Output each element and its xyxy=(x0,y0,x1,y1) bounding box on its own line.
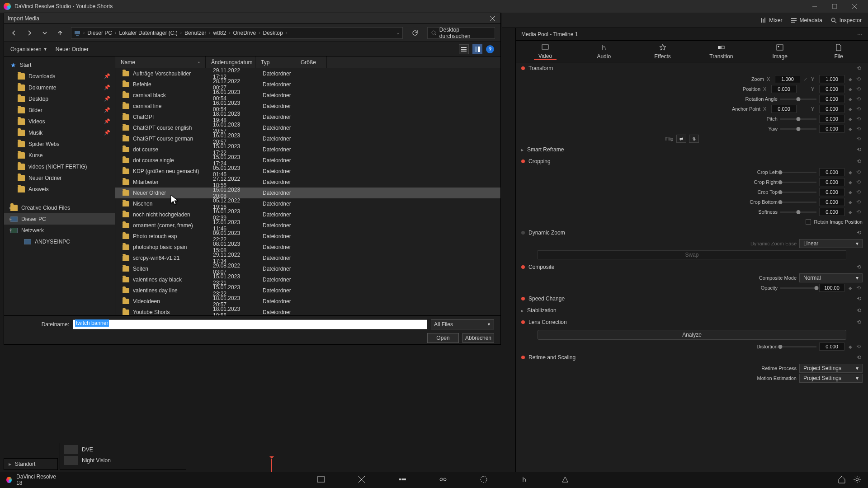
section-speed-change[interactable]: Speed Change⟲ xyxy=(519,293,864,305)
file-row[interactable]: photoshop basic spain08.01.2023 15:08Dat… xyxy=(115,242,500,253)
page-deliver-icon[interactable] xyxy=(561,475,570,485)
help-icon[interactable]: ? xyxy=(486,45,494,53)
page-edit-icon[interactable] xyxy=(398,475,407,485)
up-button[interactable] xyxy=(56,28,65,38)
inspector-toggle[interactable]: Inspector xyxy=(830,17,862,23)
tree-ccf[interactable]: ▸Creative Cloud Files xyxy=(4,202,115,213)
tree-start[interactable]: ★Start xyxy=(4,59,115,70)
file-row[interactable]: carnival line16.01.2023 00:54Dateiordner xyxy=(115,101,500,112)
settings-icon[interactable] xyxy=(853,475,862,485)
tab-video[interactable]: Video xyxy=(534,43,557,60)
dialog-close-button[interactable] xyxy=(488,14,497,23)
tab-file[interactable]: File xyxy=(827,43,850,60)
composite-mode-dropdown[interactable]: Normal▾ xyxy=(799,273,863,282)
col-date[interactable]: Änderungsdatum xyxy=(206,56,255,68)
tree-quick-item[interactable]: videos (NICHT FERTIG) xyxy=(4,161,115,172)
swap-button[interactable]: Swap xyxy=(538,250,846,259)
tree-quick-item[interactable]: Neuer Ordner xyxy=(4,172,115,183)
page-media-icon[interactable] xyxy=(316,475,326,485)
section-composite[interactable]: Composite⟲ xyxy=(519,261,864,273)
file-row[interactable]: Mitarbeiter27.12.2022 18:56Dateiordner xyxy=(115,177,500,188)
zoom-y-value[interactable]: 1.000 xyxy=(819,75,844,83)
file-row[interactable]: valentines day line15.01.2023 23:22Datei… xyxy=(115,285,500,296)
section-lens-correction[interactable]: Lens Correction⟲ xyxy=(519,316,864,328)
tree-quick-item[interactable]: Downloads📌 xyxy=(4,70,115,82)
tree-host[interactable]: ANDYSEINPC xyxy=(4,236,115,247)
file-row[interactable]: carnival black16.01.2023 00:54Dateiordne… xyxy=(115,90,500,101)
file-row[interactable]: ChatGPT course german16.01.2023 20:57Dat… xyxy=(115,133,500,144)
preview-pane-icon[interactable] xyxy=(472,44,482,54)
page-cut-icon[interactable] xyxy=(357,475,366,485)
standort-tab[interactable]: ▸Standort xyxy=(4,458,58,470)
back-button[interactable] xyxy=(9,28,19,38)
view-list-icon[interactable] xyxy=(459,44,469,54)
minimize-button[interactable] xyxy=(805,0,825,13)
file-row[interactable]: ornament (corner, frame)12.01.2023 11:46… xyxy=(115,220,500,231)
file-row[interactable]: Aufträge Vorschaubilder29.11.2022 17:12D… xyxy=(115,68,500,79)
file-row[interactable]: Neuer Ordner15.01.2023 20:08Dateiordner xyxy=(115,188,500,198)
file-row[interactable]: Nischen05.12.2022 19:16Dateiordner xyxy=(115,198,500,209)
recent-button[interactable] xyxy=(40,28,49,38)
organize-button[interactable]: Organisieren ▼ xyxy=(10,46,47,52)
section-dynamic-zoom[interactable]: Dynamic Zoom⟲ xyxy=(519,227,864,239)
section-smart-reframe[interactable]: ▸Smart Reframe⟲ xyxy=(519,144,864,155)
refresh-button[interactable] xyxy=(409,27,421,39)
retime-process-dropdown[interactable]: Project Settings▾ xyxy=(799,364,863,373)
file-row[interactable]: KDP (größen neu gemacht)05.01.2023 01:46… xyxy=(115,166,500,177)
page-fairlight-icon[interactable] xyxy=(520,475,529,485)
analyze-button[interactable]: Analyze xyxy=(538,330,846,340)
section-stabilization[interactable]: ▸Stabilization⟲ xyxy=(519,305,864,316)
file-row[interactable]: Seiten29.08.2022 03:07Dateiordner xyxy=(115,263,500,274)
file-row[interactable]: Youtube Shorts18.01.2023 19:55Dateiordne… xyxy=(115,307,500,315)
tree-quick-item[interactable]: Spider Webs xyxy=(4,138,115,150)
ease-dropdown[interactable]: Linear▾ xyxy=(799,239,863,248)
file-row[interactable]: Photo retouch esp09.01.2023 22:22Dateior… xyxy=(115,231,500,242)
file-row[interactable]: scrcpy-win64-v1.2129.11.2022 17:34Dateio… xyxy=(115,253,500,263)
path-dropdown-icon[interactable]: ⌄ xyxy=(396,30,400,35)
mixer-toggle[interactable]: Mixer xyxy=(760,17,782,23)
col-type[interactable]: Typ xyxy=(255,56,295,68)
retain-checkbox[interactable] xyxy=(806,219,811,225)
inspector-menu-icon[interactable]: ⋯ xyxy=(857,31,863,38)
tree-quick-item[interactable]: Bilder📌 xyxy=(4,104,115,116)
section-transform[interactable]: Transform⟲ xyxy=(519,62,864,74)
page-color-icon[interactable] xyxy=(479,475,488,485)
col-name[interactable]: Name▴ xyxy=(115,56,206,68)
motion-est-dropdown[interactable]: Project Settings▾ xyxy=(799,374,863,383)
close-button[interactable] xyxy=(844,0,864,13)
file-row[interactable]: Befehle28.12.2022 00:27Dateiordner xyxy=(115,79,500,90)
reset-icon[interactable]: ⟲ xyxy=(856,76,863,82)
tab-effects[interactable]: Effects xyxy=(651,43,674,60)
tab-image[interactable]: Image xyxy=(769,43,791,60)
section-retime-scaling[interactable]: Retime and Scaling⟲ xyxy=(519,352,864,363)
tab-transition[interactable]: Transition xyxy=(710,43,732,60)
playhead-icon[interactable] xyxy=(271,459,272,472)
maximize-button[interactable] xyxy=(825,0,844,13)
tree-quick-item[interactable]: Musik📌 xyxy=(4,127,115,138)
filetype-dropdown[interactable]: All Files▼ xyxy=(431,319,494,329)
keyframe-icon[interactable]: ◆ xyxy=(847,77,854,82)
home-icon[interactable] xyxy=(837,475,846,485)
tree-this-pc[interactable]: ▸Dieser PC xyxy=(4,213,115,225)
file-row[interactable]: valentines day black15.01.2023 23:21Date… xyxy=(115,274,500,285)
effect-item[interactable]: DVE xyxy=(64,445,182,454)
flip-h-button[interactable]: ⇄ xyxy=(676,135,686,143)
forward-button[interactable] xyxy=(25,28,34,38)
file-row[interactable]: Videoideen18.01.2023 20:57Dateiordner xyxy=(115,296,500,307)
flip-v-button[interactable]: ⇅ xyxy=(689,135,699,143)
file-row[interactable]: noch nicht hochgeladen16.01.2023 02:39Da… xyxy=(115,209,500,220)
file-row[interactable]: ChatGPT18.01.2023 19:48Dateiordner xyxy=(115,112,500,122)
filename-input[interactable]: twitch banner xyxy=(73,319,427,329)
tree-quick-item[interactable]: Ausweis xyxy=(4,183,115,195)
metadata-toggle[interactable]: Metadata xyxy=(791,17,822,23)
effect-item[interactable]: Night Vision xyxy=(64,456,182,465)
tree-quick-item[interactable]: Videos📌 xyxy=(4,116,115,127)
search-input[interactable]: Desktop durchsuchen xyxy=(427,27,495,39)
path-bar[interactable]: › Dieser PC› Lokaler Datenträger (C:)› B… xyxy=(71,27,403,39)
new-folder-button[interactable]: Neuer Ordner xyxy=(56,46,89,52)
tree-quick-item[interactable]: Desktop📌 xyxy=(4,93,115,104)
cancel-button[interactable]: Abbrechen xyxy=(462,333,494,343)
col-size[interactable]: Größe xyxy=(295,56,327,68)
page-fusion-icon[interactable] xyxy=(439,475,448,485)
open-button[interactable]: Open xyxy=(427,333,459,343)
